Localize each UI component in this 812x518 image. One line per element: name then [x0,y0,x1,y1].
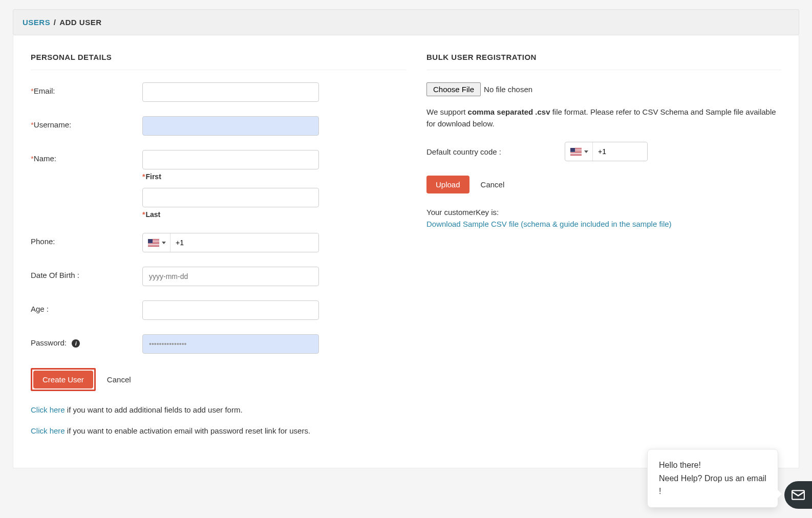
cancel-button[interactable]: Cancel [100,371,138,389]
age-field[interactable] [142,300,319,320]
bulk-cancel-button[interactable]: Cancel [474,176,512,193]
first-sublabel: First [145,172,161,181]
create-user-button[interactable]: Create User [33,371,93,389]
create-user-highlight: Create User [31,368,96,391]
chat-help-popup: Hello there! Need Help? Drop us an email… [647,449,778,468]
breadcrumb: USERS / ADD USER [13,9,799,35]
dob-label: Date Of Birth : [31,271,79,279]
info-icon[interactable]: i [72,339,80,348]
chevron-down-icon [584,150,588,153]
username-label: Username: [34,120,71,129]
download-sample-link[interactable]: Download Sample CSV file (schema & guide… [426,220,672,228]
email-label: Email: [34,87,55,95]
email-field[interactable] [142,82,319,102]
default-country-code-wrapper [565,142,648,161]
no-file-text: No file chosen [484,85,532,94]
age-label: Age : [31,305,49,313]
phone-country-select[interactable] [143,233,170,252]
chat-line1: Hello there! [659,459,766,468]
activation-email-link[interactable]: Click here [31,426,65,435]
phone-field[interactable] [170,233,318,252]
breadcrumb-users-link[interactable]: USERS [23,18,50,27]
support-text: We support comma separated .csv file for… [426,106,781,130]
upload-button[interactable]: Upload [426,176,469,193]
last-name-field[interactable] [142,188,319,207]
dob-field[interactable] [142,267,319,286]
name-label: Name: [34,154,56,163]
default-cc-select[interactable] [565,142,593,161]
default-country-code-label: Default country code : [426,147,565,156]
username-field[interactable] [142,116,319,136]
password-field[interactable] [142,334,319,354]
bulk-registration-title: BULK USER REGISTRATION [426,53,781,70]
us-flag-icon [148,239,159,247]
phone-label: Phone: [31,237,55,246]
customerkey-label: Your customerKey is: [426,208,499,217]
password-label: Password: [31,338,67,347]
add-fields-link[interactable]: Click here [31,405,65,414]
last-sublabel: Last [145,210,160,219]
activation-email-text: if you want to enable activation email w… [65,426,310,435]
breadcrumb-current: ADD USER [59,18,101,27]
chevron-down-icon [162,242,166,244]
default-cc-field[interactable] [593,142,647,161]
us-flag-icon [570,148,582,156]
add-fields-text: if you want to add additional fields to … [65,405,243,414]
breadcrumb-separator: / [54,18,56,27]
first-name-field[interactable] [142,150,319,169]
choose-file-button[interactable]: Choose File [426,82,481,96]
phone-field-wrapper [142,233,319,252]
personal-details-title: PERSONAL DETAILS [31,53,406,70]
